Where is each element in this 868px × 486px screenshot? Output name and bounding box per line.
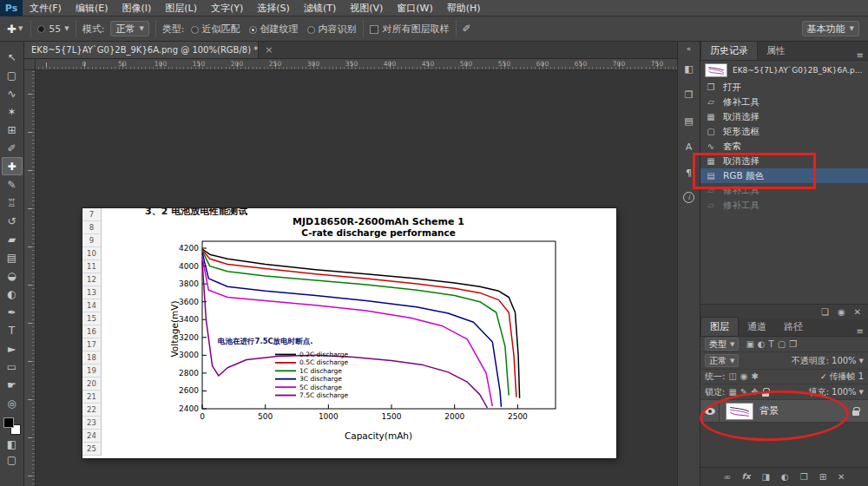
- character-panel-icon[interactable]: A: [681, 140, 697, 154]
- tablet-pressure-icon[interactable]: ✐: [463, 23, 471, 35]
- menubar-item[interactable]: 视图(V): [343, 0, 390, 16]
- zoom-tool[interactable]: ◎: [2, 394, 23, 412]
- layer-filter-select[interactable]: 类型 ▼: [705, 338, 739, 351]
- eraser-tool[interactable]: ▰: [2, 230, 23, 248]
- blend-mode-select[interactable]: 正常 ▼: [705, 354, 739, 367]
- svg-text:1500: 1500: [382, 412, 402, 421]
- history-state[interactable]: ▱修补工具: [700, 198, 868, 213]
- brush-preset-picker[interactable]: 55 ▼: [37, 23, 69, 35]
- menubar-item[interactable]: 帮助(H): [440, 0, 488, 16]
- tab-properties[interactable]: 属性: [758, 42, 794, 60]
- crop-tool[interactable]: ⊞: [2, 121, 23, 139]
- pen-tool[interactable]: ✒: [2, 303, 23, 321]
- row-number: 19: [82, 364, 102, 378]
- new-document-from-state-icon[interactable]: ❏: [821, 308, 829, 317]
- filter-pixel-layers-icon[interactable]: ▣: [746, 340, 753, 349]
- history-state[interactable]: ▱修补工具: [700, 95, 868, 109]
- menubar-item[interactable]: 图层(L): [158, 0, 204, 16]
- layer-style-icon[interactable]: fx: [742, 473, 751, 482]
- workspace-switcher[interactable]: 基本功能 ▼: [802, 21, 859, 36]
- color-swatches[interactable]: [3, 417, 21, 435]
- history-state[interactable]: ∿套索: [700, 139, 868, 154]
- move-tool[interactable]: ↖: [2, 48, 23, 66]
- lasso-tool[interactable]: ∿: [2, 84, 23, 102]
- tab-layers[interactable]: 图层: [700, 317, 739, 336]
- tab-channels[interactable]: 通道: [739, 318, 775, 336]
- menubar-item[interactable]: 窗口(W): [390, 0, 439, 16]
- link-layers-icon[interactable]: ∞: [723, 473, 730, 482]
- panel-menu-icon[interactable]: ≡: [857, 50, 864, 60]
- close-icon[interactable]: ×: [265, 44, 273, 56]
- clone-stamp-tool[interactable]: ♖: [2, 194, 23, 212]
- spot-healing-brush-tool[interactable]: ✚: [2, 157, 23, 175]
- history-snapshot[interactable]: EK8~5{7L}AY`G0}2B_9K}6A.p...: [700, 61, 868, 80]
- adjustment-layer-icon[interactable]: ◐: [781, 473, 789, 482]
- tab-history[interactable]: 历史记录: [700, 41, 758, 60]
- foreground-color-swatch[interactable]: [3, 417, 14, 428]
- menubar-item[interactable]: 编辑(E): [69, 0, 115, 16]
- tool-preset-picker[interactable]: ✚ ▼: [5, 23, 24, 36]
- adjustments-panel-icon[interactable]: ◧: [681, 62, 697, 76]
- svg-text:0.5C discharge: 0.5C discharge: [299, 358, 348, 366]
- history-brush-tool[interactable]: ↺: [2, 212, 23, 230]
- opacity-value[interactable]: 100%: [832, 356, 857, 365]
- canvas[interactable]: 3、2 电池放电性能测试 050010001500200025002400260…: [36, 70, 677, 486]
- horizontal-ruler[interactable]: 0501001502002503003504004505005506006507…: [24, 59, 677, 70]
- new-group-icon[interactable]: ❐: [800, 473, 808, 482]
- sample-all-layers-checkbox[interactable]: 对所有图层取样: [370, 23, 450, 36]
- delete-layer-icon[interactable]: ✕: [838, 473, 845, 482]
- menubar-item[interactable]: 选择(S): [250, 0, 297, 16]
- svg-text:2800: 2800: [179, 369, 199, 378]
- divider: [363, 20, 364, 37]
- menubar-item[interactable]: 文件(F): [23, 0, 69, 16]
- screen-mode-button[interactable]: ▢: [2, 452, 23, 468]
- row-number: 14: [82, 299, 102, 312]
- layer-mask-icon[interactable]: ◨: [762, 473, 770, 482]
- history-state-label: 矩形选框: [723, 126, 760, 138]
- shape-tool[interactable]: ▭: [2, 358, 23, 376]
- menubar-item[interactable]: 图像(I): [115, 0, 158, 16]
- path-selection-tool[interactable]: ►: [2, 339, 23, 358]
- filter-shape-layers-icon[interactable]: ▢: [778, 340, 786, 349]
- panel-menu-icon[interactable]: ≡: [857, 326, 864, 336]
- menubar-item[interactable]: 文字(Y): [204, 0, 250, 16]
- info-panel-icon[interactable]: i: [683, 192, 694, 203]
- filter-type-layers-icon[interactable]: T: [769, 340, 774, 349]
- history-state[interactable]: ❐打开: [700, 80, 868, 95]
- dodge-tool[interactable]: ◐: [2, 285, 23, 303]
- new-layer-icon[interactable]: ⊞: [819, 473, 826, 482]
- vertical-ruler[interactable]: [24, 70, 36, 486]
- history-state[interactable]: ▦取消选择: [700, 109, 868, 124]
- radio-content-aware[interactable]: 内容识别: [307, 23, 357, 36]
- delete-state-icon[interactable]: ✕: [854, 308, 861, 317]
- unify-style-icon[interactable]: ✱: [752, 372, 759, 381]
- unify-visibility-icon[interactable]: ◉: [740, 372, 748, 381]
- brush-tool[interactable]: ✎: [2, 175, 23, 194]
- tab-paths[interactable]: 路径: [775, 318, 812, 336]
- swatches-panel-icon[interactable]: ▤: [681, 114, 697, 128]
- divider: [456, 20, 457, 37]
- gradient-tool[interactable]: ▤: [2, 248, 23, 266]
- filter-smart-objects-icon[interactable]: ❐: [789, 340, 797, 349]
- collapse-panels-icon[interactable]: «: [687, 44, 692, 53]
- quick-selection-tool[interactable]: ✶: [2, 102, 23, 121]
- radio-proximity-match[interactable]: 近似匹配: [191, 23, 240, 36]
- eyedropper-tool[interactable]: ✐: [2, 139, 23, 157]
- document-image[interactable]: 3、2 电池放电性能测试 050010001500200025002400260…: [82, 208, 616, 458]
- filter-adjustment-layers-icon[interactable]: ◐: [758, 340, 766, 349]
- mode-select[interactable]: 正常 ▼: [110, 21, 148, 36]
- propagate-frame-checkbox[interactable]: ✓ 传播帧 1: [820, 371, 864, 383]
- blur-tool[interactable]: ◒: [2, 266, 23, 285]
- styles-panel-icon[interactable]: ❐: [681, 88, 697, 102]
- menubar-item[interactable]: 滤镜(T): [297, 0, 343, 16]
- hand-tool[interactable]: ☛: [2, 376, 23, 394]
- unify-position-icon[interactable]: ◫: [728, 372, 736, 381]
- radio-create-texture[interactable]: 创建纹理: [249, 23, 299, 36]
- fill-value[interactable]: 100%: [832, 387, 857, 397]
- document-tab[interactable]: EK8~5{7L}AY`G0}2B_9K}6A.png @ 100%(RGB/8…: [24, 42, 259, 58]
- quick-mask-button[interactable]: ◧: [2, 437, 23, 452]
- new-snapshot-icon[interactable]: ◉: [838, 308, 845, 317]
- marquee-tool[interactable]: ▢: [2, 66, 23, 84]
- history-state[interactable]: ▢矩形选框: [700, 124, 868, 139]
- type-tool[interactable]: T: [2, 321, 23, 339]
